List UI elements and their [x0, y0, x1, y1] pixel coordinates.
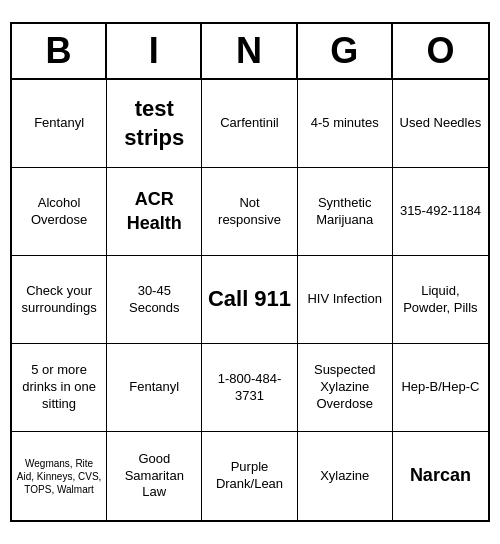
bingo-cell-24: Narcan [393, 432, 488, 520]
bingo-cell-14: Liquid, Powder, Pills [393, 256, 488, 344]
bingo-cell-17: 1-800-484-3731 [202, 344, 297, 432]
bingo-cell-15: 5 or more drinks in one sitting [12, 344, 107, 432]
header-letter-g: G [298, 24, 393, 78]
bingo-cell-13: HIV Infection [298, 256, 393, 344]
bingo-cell-21: Good Samaritan Law [107, 432, 202, 520]
bingo-cell-0: Fentanyl [12, 80, 107, 168]
bingo-cell-4: Used Needles [393, 80, 488, 168]
header-letter-n: N [202, 24, 297, 78]
bingo-cell-23: Xylazine [298, 432, 393, 520]
bingo-cell-6: ACR Health [107, 168, 202, 256]
bingo-cell-10: Check your surroundings [12, 256, 107, 344]
bingo-cell-8: Synthetic Marijuana [298, 168, 393, 256]
bingo-cell-5: Alcohol Overdose [12, 168, 107, 256]
bingo-cell-3: 4-5 minutes [298, 80, 393, 168]
header-letter-i: I [107, 24, 202, 78]
bingo-cell-2: Carfentinil [202, 80, 297, 168]
bingo-cell-11: 30-45 Seconds [107, 256, 202, 344]
bingo-cell-9: 315-492-1184 [393, 168, 488, 256]
bingo-cell-16: Fentanyl [107, 344, 202, 432]
bingo-grid: Fentanyltest stripsCarfentinil4-5 minute… [12, 80, 488, 520]
bingo-cell-1: test strips [107, 80, 202, 168]
bingo-cell-20: Wegmans, Rite Aid, Kinneys, CVS, TOPS, W… [12, 432, 107, 520]
bingo-cell-19: Hep-B/Hep-C [393, 344, 488, 432]
bingo-cell-22: Purple Drank/Lean [202, 432, 297, 520]
bingo-card: BINGO Fentanyltest stripsCarfentinil4-5 … [10, 22, 490, 522]
bingo-cell-18: Suspected Xylazine Overdose [298, 344, 393, 432]
bingo-cell-7: Not responsive [202, 168, 297, 256]
header-letter-b: B [12, 24, 107, 78]
header-letter-o: O [393, 24, 488, 78]
bingo-cell-12: Call 911 [202, 256, 297, 344]
bingo-header: BINGO [12, 24, 488, 80]
